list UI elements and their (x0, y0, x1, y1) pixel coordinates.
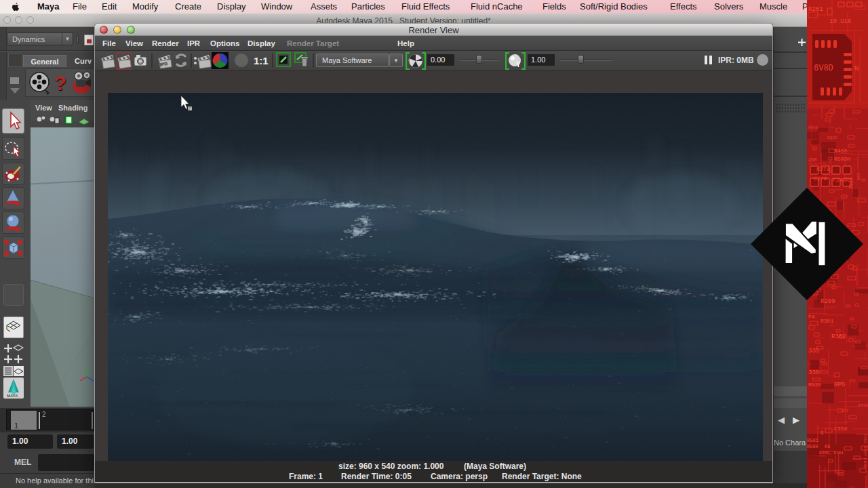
svg-text:1:1: 1:1 (254, 55, 269, 66)
svg-text:R580: R580 (807, 444, 818, 449)
svg-text:10 U16: 10 U16 (829, 18, 851, 25)
svg-text:RN35: RN35 (808, 382, 821, 388)
svg-text:260: 260 (808, 157, 817, 163)
svg-text:C26: C26 (856, 173, 861, 180)
svg-text:R5: R5 (825, 444, 830, 449)
svg-text:R365, R361: R365, R361 (819, 451, 844, 455)
svg-text:6V8D: 6V8D (814, 64, 833, 73)
svg-text:N: N (854, 64, 859, 73)
svg-text:R302: R302 (831, 333, 846, 340)
svg-text:R480: R480 (834, 148, 847, 154)
svg-text:MAYA: MAYA (7, 394, 18, 398)
svg-text:C279: C279 (814, 176, 827, 182)
svg-text:RP5: RP5 (834, 382, 845, 388)
svg-text:P4: P4 (808, 314, 815, 320)
svg-text:R593H: R593H (834, 156, 850, 162)
svg-text:C392 R404 FB38: C392 R404 FB38 (863, 434, 867, 468)
svg-text:335: 335 (808, 348, 819, 354)
svg-text:EQ25: EQ25 (827, 136, 837, 140)
svg-text:R460: R460 (808, 125, 818, 130)
svg-text:R360: R360 (859, 403, 868, 408)
svg-text:R201: R201 (808, 6, 823, 13)
svg-text:9: 9 (821, 430, 823, 436)
svg-text:Y: Y (516, 61, 521, 68)
svg-text:C359: C359 (834, 426, 847, 432)
svg-text:R271: R271 (816, 166, 829, 172)
svg-text:R301: R301 (821, 318, 833, 324)
svg-text:P240R: P240R (833, 177, 849, 183)
svg-text:R581: R581 (807, 438, 818, 443)
svg-text:336: 336 (808, 369, 819, 376)
